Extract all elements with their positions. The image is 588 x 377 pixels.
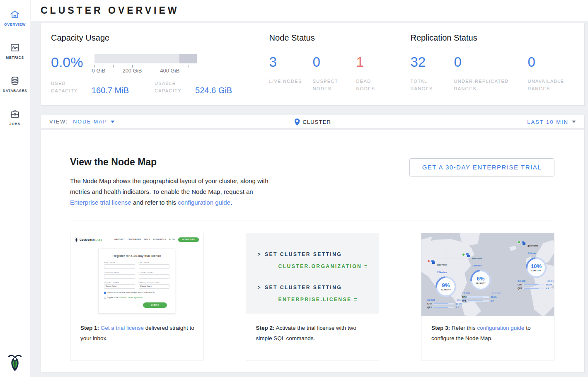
company-email-field	[139, 274, 170, 279]
node-ok-badge	[462, 253, 465, 256]
live-nodes-label: LIVE NODES	[269, 78, 302, 85]
view-selector-value: NODE MAP	[73, 119, 107, 125]
node-icon	[521, 241, 526, 245]
unavailable-ranges-value: 0	[528, 55, 573, 69]
live-nodes-value: 3	[269, 55, 313, 69]
step1-caption: Step 1: Get a trial license delivered st…	[70, 316, 203, 343]
cockroach-labs-logo: Cockroach LABS	[75, 237, 102, 242]
metrics-icon	[10, 42, 20, 53]
project-phase-select: Please Select	[104, 284, 135, 289]
chevron-down-icon	[572, 121, 576, 123]
dead-nodes-value: 1	[356, 55, 400, 69]
capacity-usage-section: Capacity Usage 0.0% 0 GiB 200 GiB 400 Gi…	[41, 23, 269, 105]
promo-text-2: and refer to this	[131, 199, 178, 206]
sidebar-item-jobs[interactable]: JOBS	[0, 109, 30, 133]
view-selector-dropdown[interactable]: NODE MAP	[73, 119, 115, 125]
map-node-nyc: geo=nyc2 Nodes 6%CAPACITY 3.7 GiB43.7 Gi…	[462, 253, 503, 302]
step2-caption: Step 2: Activate the trial license with …	[246, 316, 379, 343]
step3-caption: Step 3: Refer this configuration guide t…	[421, 316, 554, 343]
view-toolbar: VIEW: NODE MAP CLUSTER LAST 10 MIN	[41, 115, 585, 129]
node-status-title: Node Status	[269, 33, 411, 43]
dead-nodes-stat: 1 DEAD NODES	[356, 55, 400, 92]
capacity-bar: 0 GiB 200 GiB 400 GiB	[94, 53, 197, 74]
unavailable-ranges-label: UNAVAILABLE RANGES	[528, 78, 573, 92]
step2-thumbnail: >SET CLUSTER SETTING CLUSTER.ORGANIZATIO…	[246, 233, 379, 316]
replication-status-section: Replication Status 32 TOTAL RANGES 0 UND…	[410, 23, 584, 105]
under-replicated-ranges-label: UNDER-REPLICATED RANGES	[454, 78, 520, 92]
usable-capacity-label: USABLE CAPACITY	[155, 80, 191, 94]
last-name-field	[139, 264, 170, 269]
step1-card: Cockroach LABS PRODUCT CUSTOMERS DOCS RE…	[70, 233, 203, 360]
reason-select: Please Select	[139, 284, 170, 289]
total-ranges-stat: 32 TOTAL RANGES	[410, 55, 454, 92]
cockroachdb-logo	[0, 354, 29, 371]
sidebar-item-label: DATABASES	[3, 89, 27, 93]
email-updates-checkbox	[104, 292, 106, 294]
databases-icon	[10, 75, 20, 86]
node-ok-badge	[518, 241, 520, 244]
page-title: CLUSTER OVERVIEW	[41, 5, 179, 16]
under-replicated-ranges-value: 0	[454, 55, 528, 69]
node-status-section: Node Status 3 LIVE NODES 0 SUSPECT NODES…	[269, 23, 411, 105]
axis-tick-label: 200 GiB	[122, 68, 142, 74]
sidebar-item-databases[interactable]: DATABASES	[0, 75, 30, 99]
enterprise-trial-button[interactable]: GET A 30-DAY ENTERPRISE TRIAL	[409, 158, 554, 176]
map-pin-icon	[294, 118, 300, 126]
replication-status-title: Replication Status	[410, 33, 584, 43]
promo-text-3: .	[230, 199, 232, 206]
step3-thumbnail: geo=sfo2 Nodes 9%CAPACITY 3.2 GiB35.1 Gi…	[421, 233, 554, 316]
section-divider	[70, 220, 554, 220]
page-header: CLUSTER OVERVIEW	[31, 0, 588, 21]
under-replicated-ranges-stat: 0 UNDER-REPLICATED RANGES	[454, 55, 528, 92]
sidebar-item-label: METRICS	[6, 56, 24, 60]
download-button: DOWNLOAD	[178, 237, 199, 242]
first-name-field	[104, 264, 135, 269]
sidebar-item-label: OVERVIEW	[4, 22, 26, 27]
breadcrumb-cluster: CLUSTER	[302, 119, 331, 125]
configuration-guide-link[interactable]: configuration guide	[178, 199, 230, 206]
promo-description: The Node Map shows the geographical layo…	[70, 176, 271, 208]
suspect-nodes-value: 0	[313, 55, 356, 69]
unavailable-ranges-stat: 0 UNAVAILABLE RANGES	[528, 55, 573, 92]
step1-thumbnail: Cockroach LABS PRODUCT CUSTOMERS DOCS RE…	[70, 233, 203, 316]
enterprise-trial-license-link[interactable]: Enterprise trial license	[70, 199, 131, 206]
usable-capacity-value: 524.6 GiB	[195, 86, 232, 95]
sidebar-item-overview[interactable]: OVERVIEW	[0, 9, 30, 33]
configuration-guide-link-2[interactable]: configuration guide	[477, 325, 524, 331]
used-capacity-label: USED CAPACITY	[51, 80, 87, 94]
promo-text-1: The Node Map shows the geographical layo…	[70, 177, 269, 195]
site-nav: PRODUCT CUSTOMERS DOCS RESOURCES BLOG DO…	[111, 237, 199, 242]
chevron-down-icon	[111, 121, 115, 123]
license-agreement-checkbox	[104, 297, 106, 299]
sidebar-item-metrics[interactable]: METRICS	[0, 42, 30, 66]
suspect-nodes-stat: 0 SUSPECT NODES	[313, 55, 356, 92]
trial-register-form: Register for a 30-day trial license FIRS…	[98, 249, 175, 314]
capacity-bar-reserved-segment	[179, 54, 197, 63]
node-icon	[466, 253, 470, 258]
node-alert-badge	[427, 260, 430, 263]
node-map-panel: View the Node Map The Node Map shows the…	[41, 130, 585, 373]
total-ranges-value: 32	[410, 55, 454, 69]
suspect-nodes-label: SUSPECT NODES	[313, 78, 346, 92]
form-title: Register for a 30-day trial license	[104, 254, 169, 258]
submit-button: SUBMIT	[143, 302, 167, 308]
map-node-ams: geo=ams1 Node 10%CAPACITY 3.6 GiB36.6 Gi…	[518, 241, 554, 290]
cluster-summary-card: Capacity Usage 0.0% 0 GiB 200 GiB 400 Gi…	[41, 23, 585, 106]
total-ranges-label: TOTAL RANGES	[410, 78, 439, 92]
capacity-axis-ticks	[94, 63, 197, 68]
sidebar: OVERVIEW METRICS DATABASES JOBS	[0, 0, 30, 377]
node-icon	[431, 260, 436, 264]
get-trial-license-link[interactable]: Get a trial license	[101, 325, 144, 331]
dead-nodes-label: DEAD NODES	[356, 78, 390, 92]
step3-card: geo=sfo2 Nodes 9%CAPACITY 3.2 GiB35.1 Gi…	[421, 233, 554, 360]
company-name-field	[104, 274, 135, 279]
capacity-usage-title: Capacity Usage	[51, 33, 269, 43]
promo-heading: View the Node Map	[70, 157, 157, 168]
home-icon	[10, 9, 20, 20]
sidebar-item-label: JOBS	[10, 122, 20, 126]
view-label: VIEW:	[49, 119, 68, 125]
breadcrumb: CLUSTER	[294, 118, 331, 126]
live-nodes-stat: 3 LIVE NODES	[269, 55, 313, 92]
time-range-dropdown[interactable]: LAST 10 MIN	[527, 119, 576, 125]
time-range-value: LAST 10 MIN	[527, 119, 569, 125]
